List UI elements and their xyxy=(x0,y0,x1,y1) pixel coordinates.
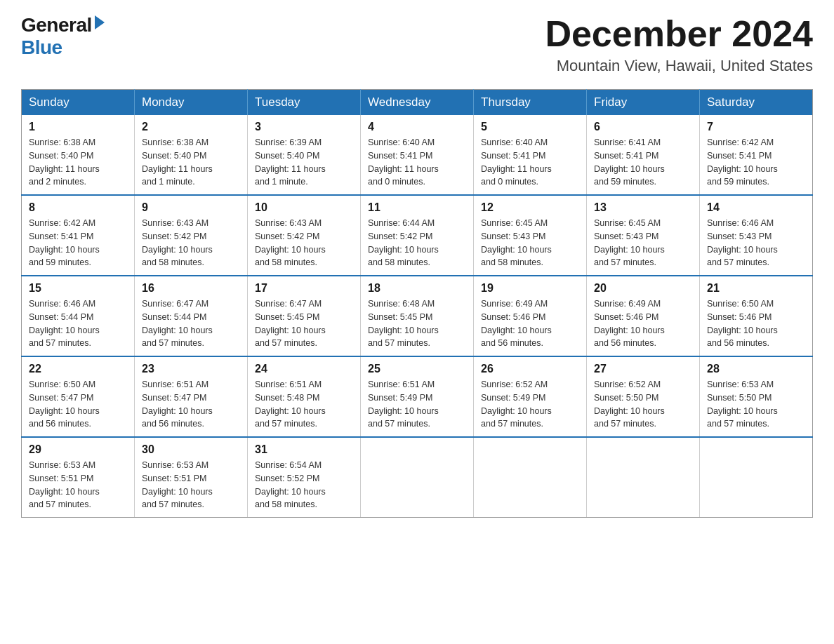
day-info: Sunrise: 6:48 AM Sunset: 5:45 PM Dayligh… xyxy=(368,297,466,350)
calendar-cell: 29Sunrise: 6:53 AM Sunset: 5:51 PM Dayli… xyxy=(22,437,135,518)
calendar-cell: 5Sunrise: 6:40 AM Sunset: 5:41 PM Daylig… xyxy=(474,115,587,195)
logo-triangle-icon xyxy=(95,15,105,29)
day-number: 10 xyxy=(255,201,353,214)
day-info: Sunrise: 6:49 AM Sunset: 5:46 PM Dayligh… xyxy=(481,297,579,350)
day-info: Sunrise: 6:52 AM Sunset: 5:49 PM Dayligh… xyxy=(481,378,579,431)
calendar-header-saturday: Saturday xyxy=(700,90,813,116)
calendar-cell: 10Sunrise: 6:43 AM Sunset: 5:42 PM Dayli… xyxy=(248,195,361,276)
day-number: 17 xyxy=(255,282,353,295)
calendar-cell xyxy=(700,437,813,518)
day-number: 29 xyxy=(29,443,127,456)
calendar-cell: 2Sunrise: 6:38 AM Sunset: 5:40 PM Daylig… xyxy=(135,115,248,195)
day-info: Sunrise: 6:42 AM Sunset: 5:41 PM Dayligh… xyxy=(707,136,805,189)
day-number: 3 xyxy=(255,121,353,133)
calendar-cell: 12Sunrise: 6:45 AM Sunset: 5:43 PM Dayli… xyxy=(474,195,587,276)
day-number: 20 xyxy=(594,282,692,295)
day-number: 19 xyxy=(481,282,579,295)
calendar-cell: 23Sunrise: 6:51 AM Sunset: 5:47 PM Dayli… xyxy=(135,356,248,437)
calendar-cell: 18Sunrise: 6:48 AM Sunset: 5:45 PM Dayli… xyxy=(361,276,474,356)
calendar-cell: 19Sunrise: 6:49 AM Sunset: 5:46 PM Dayli… xyxy=(474,276,587,356)
calendar-cell: 22Sunrise: 6:50 AM Sunset: 5:47 PM Dayli… xyxy=(22,356,135,437)
calendar-header-tuesday: Tuesday xyxy=(248,90,361,116)
day-number: 24 xyxy=(255,363,353,375)
calendar-cell: 20Sunrise: 6:49 AM Sunset: 5:46 PM Dayli… xyxy=(587,276,700,356)
calendar-cell: 1Sunrise: 6:38 AM Sunset: 5:40 PM Daylig… xyxy=(22,115,135,195)
day-info: Sunrise: 6:40 AM Sunset: 5:41 PM Dayligh… xyxy=(368,136,466,189)
calendar-cell: 13Sunrise: 6:45 AM Sunset: 5:43 PM Dayli… xyxy=(587,195,700,276)
calendar-cell xyxy=(474,437,587,518)
day-info: Sunrise: 6:44 AM Sunset: 5:42 PM Dayligh… xyxy=(368,217,466,269)
day-info: Sunrise: 6:43 AM Sunset: 5:42 PM Dayligh… xyxy=(255,217,353,269)
day-number: 11 xyxy=(368,201,466,214)
day-number: 23 xyxy=(142,363,240,375)
calendar-week-row: 15Sunrise: 6:46 AM Sunset: 5:44 PM Dayli… xyxy=(22,276,813,356)
day-number: 31 xyxy=(255,443,353,456)
day-number: 16 xyxy=(142,282,240,295)
calendar-header-friday: Friday xyxy=(587,90,700,116)
calendar-cell: 25Sunrise: 6:51 AM Sunset: 5:49 PM Dayli… xyxy=(361,356,474,437)
calendar-week-row: 8Sunrise: 6:42 AM Sunset: 5:41 PM Daylig… xyxy=(22,195,813,276)
day-number: 28 xyxy=(707,363,805,375)
day-info: Sunrise: 6:43 AM Sunset: 5:42 PM Dayligh… xyxy=(142,217,240,269)
day-number: 15 xyxy=(29,282,127,295)
day-info: Sunrise: 6:45 AM Sunset: 5:43 PM Dayligh… xyxy=(481,217,579,269)
calendar-cell: 7Sunrise: 6:42 AM Sunset: 5:41 PM Daylig… xyxy=(700,115,813,195)
day-info: Sunrise: 6:54 AM Sunset: 5:52 PM Dayligh… xyxy=(255,459,353,511)
calendar-header-sunday: Sunday xyxy=(22,90,135,116)
day-info: Sunrise: 6:49 AM Sunset: 5:46 PM Dayligh… xyxy=(594,297,692,350)
day-info: Sunrise: 6:39 AM Sunset: 5:40 PM Dayligh… xyxy=(255,136,353,189)
day-number: 6 xyxy=(594,121,692,133)
title-section: December 2024 Mountain View, Hawaii, Uni… xyxy=(545,14,813,75)
calendar-cell: 27Sunrise: 6:52 AM Sunset: 5:50 PM Dayli… xyxy=(587,356,700,437)
day-number: 8 xyxy=(29,201,127,214)
day-info: Sunrise: 6:47 AM Sunset: 5:45 PM Dayligh… xyxy=(255,297,353,350)
calendar-cell xyxy=(361,437,474,518)
day-info: Sunrise: 6:50 AM Sunset: 5:46 PM Dayligh… xyxy=(707,297,805,350)
calendar-header-thursday: Thursday xyxy=(474,90,587,116)
day-info: Sunrise: 6:50 AM Sunset: 5:47 PM Dayligh… xyxy=(29,378,127,431)
day-number: 7 xyxy=(707,121,805,133)
day-number: 12 xyxy=(481,201,579,214)
logo-general: General xyxy=(21,14,92,36)
day-number: 5 xyxy=(481,121,579,133)
day-info: Sunrise: 6:53 AM Sunset: 5:51 PM Dayligh… xyxy=(29,459,127,511)
month-title: December 2024 xyxy=(545,14,813,54)
calendar-cell: 6Sunrise: 6:41 AM Sunset: 5:41 PM Daylig… xyxy=(587,115,700,195)
day-number: 18 xyxy=(368,282,466,295)
day-info: Sunrise: 6:46 AM Sunset: 5:43 PM Dayligh… xyxy=(707,217,805,269)
day-number: 25 xyxy=(368,363,466,375)
day-info: Sunrise: 6:41 AM Sunset: 5:41 PM Dayligh… xyxy=(594,136,692,189)
day-info: Sunrise: 6:51 AM Sunset: 5:47 PM Dayligh… xyxy=(142,378,240,431)
calendar-cell: 11Sunrise: 6:44 AM Sunset: 5:42 PM Dayli… xyxy=(361,195,474,276)
calendar-cell: 28Sunrise: 6:53 AM Sunset: 5:50 PM Dayli… xyxy=(700,356,813,437)
calendar-cell: 17Sunrise: 6:47 AM Sunset: 5:45 PM Dayli… xyxy=(248,276,361,356)
calendar-cell xyxy=(587,437,700,518)
location-title: Mountain View, Hawaii, United States xyxy=(545,57,813,75)
day-number: 22 xyxy=(29,363,127,375)
day-info: Sunrise: 6:47 AM Sunset: 5:44 PM Dayligh… xyxy=(142,297,240,350)
day-number: 14 xyxy=(707,201,805,214)
calendar-cell: 9Sunrise: 6:43 AM Sunset: 5:42 PM Daylig… xyxy=(135,195,248,276)
calendar-week-row: 29Sunrise: 6:53 AM Sunset: 5:51 PM Dayli… xyxy=(22,437,813,518)
calendar-cell: 3Sunrise: 6:39 AM Sunset: 5:40 PM Daylig… xyxy=(248,115,361,195)
day-info: Sunrise: 6:53 AM Sunset: 5:51 PM Dayligh… xyxy=(142,459,240,511)
day-info: Sunrise: 6:53 AM Sunset: 5:50 PM Dayligh… xyxy=(707,378,805,431)
day-info: Sunrise: 6:45 AM Sunset: 5:43 PM Dayligh… xyxy=(594,217,692,269)
calendar-cell: 31Sunrise: 6:54 AM Sunset: 5:52 PM Dayli… xyxy=(248,437,361,518)
calendar-header-wednesday: Wednesday xyxy=(361,90,474,116)
day-info: Sunrise: 6:38 AM Sunset: 5:40 PM Dayligh… xyxy=(142,136,240,189)
calendar-cell: 14Sunrise: 6:46 AM Sunset: 5:43 PM Dayli… xyxy=(700,195,813,276)
day-number: 13 xyxy=(594,201,692,214)
calendar-header-row: SundayMondayTuesdayWednesdayThursdayFrid… xyxy=(22,90,813,116)
logo-blue: Blue xyxy=(21,36,62,59)
calendar-cell: 26Sunrise: 6:52 AM Sunset: 5:49 PM Dayli… xyxy=(474,356,587,437)
day-info: Sunrise: 6:46 AM Sunset: 5:44 PM Dayligh… xyxy=(29,297,127,350)
calendar-table: SundayMondayTuesdayWednesdayThursdayFrid… xyxy=(21,89,813,518)
calendar-week-row: 22Sunrise: 6:50 AM Sunset: 5:47 PM Dayli… xyxy=(22,356,813,437)
logo: General Blue xyxy=(21,14,105,59)
calendar-cell: 30Sunrise: 6:53 AM Sunset: 5:51 PM Dayli… xyxy=(135,437,248,518)
day-info: Sunrise: 6:42 AM Sunset: 5:41 PM Dayligh… xyxy=(29,217,127,269)
day-number: 27 xyxy=(594,363,692,375)
day-info: Sunrise: 6:51 AM Sunset: 5:48 PM Dayligh… xyxy=(255,378,353,431)
calendar-cell: 15Sunrise: 6:46 AM Sunset: 5:44 PM Dayli… xyxy=(22,276,135,356)
